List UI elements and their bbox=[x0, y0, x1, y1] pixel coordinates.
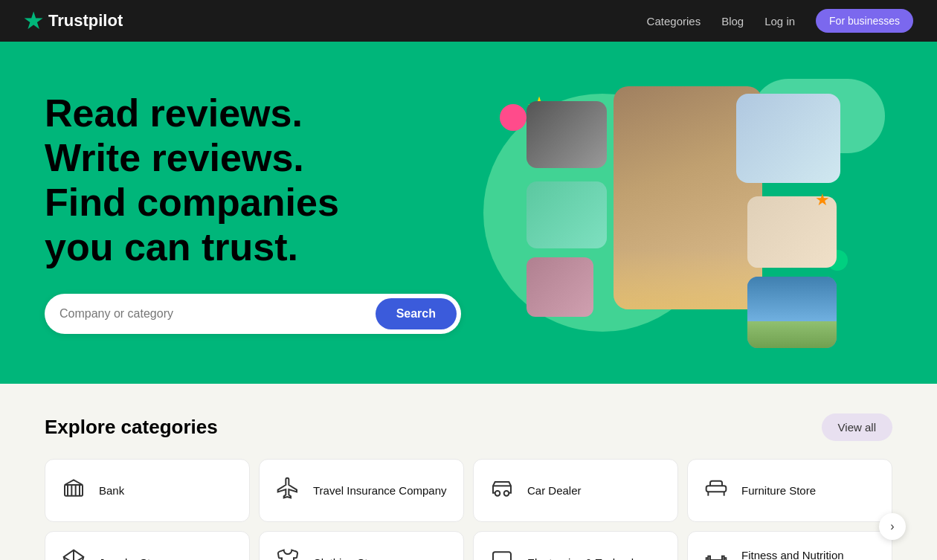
diamond-icon bbox=[60, 548, 87, 560]
category-name-electronics: Electronics & Technology bbox=[527, 556, 651, 560]
login-link[interactable]: Log in bbox=[764, 15, 795, 28]
img-bottom-right-bottom bbox=[747, 277, 837, 348]
orange-star-deco: ★ bbox=[815, 190, 830, 210]
category-name-travel-insurance: Travel Insurance Company bbox=[313, 483, 447, 498]
logo[interactable]: ★ Trustpilot bbox=[24, 9, 123, 33]
categories-link[interactable]: Categories bbox=[647, 15, 701, 28]
category-name-car-dealer: Car Dealer bbox=[527, 483, 582, 498]
img-people-bottom bbox=[527, 257, 593, 317]
img-small-top-left bbox=[527, 101, 607, 168]
trustpilot-star-icon: ★ bbox=[24, 9, 42, 33]
category-name-bank: Bank bbox=[99, 483, 124, 498]
img-small-mid-left bbox=[527, 181, 607, 248]
navbar: ★ Trustpilot Categories Blog Log in For … bbox=[0, 0, 937, 42]
category-card-travel-insurance[interactable]: Travel Insurance Company bbox=[259, 459, 464, 522]
shirt-icon bbox=[274, 548, 301, 560]
categories-title: Explore categories bbox=[45, 416, 218, 439]
svg-point-6 bbox=[504, 491, 509, 496]
category-card-jewelry[interactable]: Jewelry Store bbox=[45, 531, 250, 560]
pink-dot bbox=[500, 104, 527, 131]
car-icon bbox=[489, 476, 515, 505]
hero-left: Read reviews. Write reviews. Find compan… bbox=[45, 91, 461, 333]
search-bar: Search bbox=[45, 294, 461, 334]
hero-collage: ★ ★ bbox=[476, 71, 892, 354]
furniture-icon bbox=[703, 476, 730, 505]
laptop-icon bbox=[489, 548, 515, 560]
svg-rect-10 bbox=[493, 552, 511, 560]
blog-link[interactable]: Blog bbox=[721, 15, 744, 28]
navbar-right: Categories Blog Log in For businesses bbox=[647, 9, 913, 33]
category-card-car-dealer[interactable]: Car Dealer bbox=[473, 459, 678, 522]
categories-grid-wrapper: Bank Travel Insurance Company bbox=[45, 459, 892, 560]
search-input[interactable] bbox=[59, 307, 376, 321]
category-card-electronics[interactable]: Electronics & Technology bbox=[473, 531, 678, 560]
logo-text: Trustpilot bbox=[48, 11, 123, 30]
view-all-button[interactable]: View all bbox=[822, 413, 892, 441]
svg-rect-7 bbox=[706, 486, 727, 492]
category-card-furniture[interactable]: Furniture Store bbox=[687, 459, 892, 522]
scroll-right-arrow[interactable]: › bbox=[879, 513, 906, 540]
category-card-bank[interactable]: Bank bbox=[45, 459, 250, 522]
airplane-icon bbox=[274, 476, 301, 505]
category-name-furniture: Furniture Store bbox=[741, 483, 816, 498]
category-card-clothing[interactable]: Clothing Store bbox=[259, 531, 464, 560]
categories-header: Explore categories View all bbox=[45, 413, 892, 441]
hero-section: Read reviews. Write reviews. Find compan… bbox=[0, 42, 937, 384]
categories-grid: Bank Travel Insurance Company bbox=[45, 459, 892, 560]
for-businesses-button[interactable]: For businesses bbox=[816, 9, 913, 33]
category-name-fitness: Fitness and Nutrition Service bbox=[741, 548, 877, 560]
categories-section: Explore categories View all Bank bbox=[0, 384, 937, 560]
hero-title: Read reviews. Write reviews. Find compan… bbox=[45, 91, 461, 269]
category-name-jewelry: Jewelry Store bbox=[99, 556, 167, 560]
bank-icon bbox=[60, 476, 87, 505]
img-top-right bbox=[736, 94, 840, 183]
search-button[interactable]: Search bbox=[376, 298, 457, 329]
category-card-fitness[interactable]: Fitness and Nutrition Service bbox=[687, 531, 892, 560]
category-name-clothing: Clothing Store bbox=[313, 556, 384, 560]
svg-point-5 bbox=[495, 491, 500, 496]
dumbbell-icon bbox=[703, 548, 730, 560]
